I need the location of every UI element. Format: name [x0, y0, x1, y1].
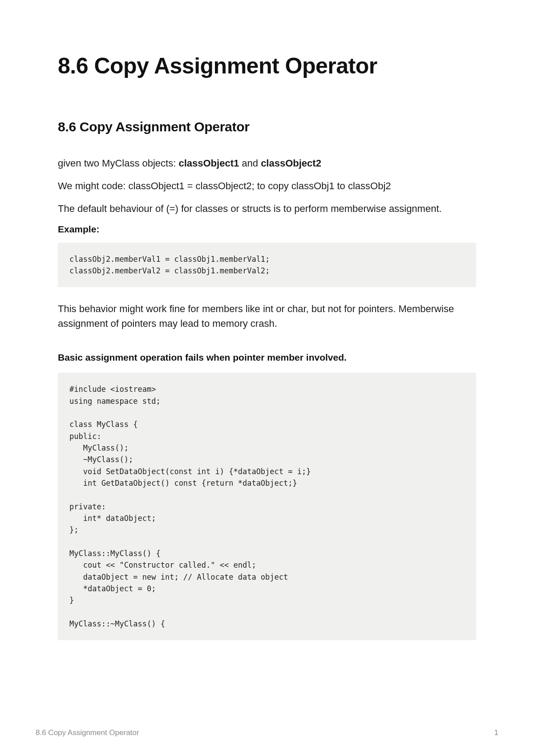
intro-line-3: The default behaviour of (=) for classes… [58, 201, 476, 216]
section-heading: 8.6 Copy Assignment Operator [58, 119, 476, 134]
text: given two MyClass objects: [58, 158, 178, 169]
footer-page-number: 1 [494, 728, 498, 737]
example-label: Example: [58, 224, 476, 235]
object1-name: classObject1 [178, 158, 239, 169]
text: and [239, 158, 261, 169]
section2-label: Basic assignment operation fails when po… [58, 352, 476, 363]
code-block-2: #include <iostream> using namespace std;… [58, 373, 476, 640]
page-title: 8.6 Copy Assignment Operator [58, 53, 476, 79]
page-footer: 8.6 Copy Assignment Operator 1 [36, 728, 498, 737]
intro-line-1: given two MyClass objects: classObject1 … [58, 156, 476, 171]
after-code-paragraph: This behavior might work fine for member… [58, 301, 476, 331]
footer-title: 8.6 Copy Assignment Operator [36, 728, 139, 737]
document-page: 8.6 Copy Assignment Operator 8.6 Copy As… [0, 0, 534, 640]
intro-line-2: We might code: classObject1 = classObjec… [58, 179, 476, 193]
object2-name: classObject2 [261, 158, 321, 169]
code-block-1: classObj2.memberVal1 = classObj1.memberV… [58, 243, 476, 288]
